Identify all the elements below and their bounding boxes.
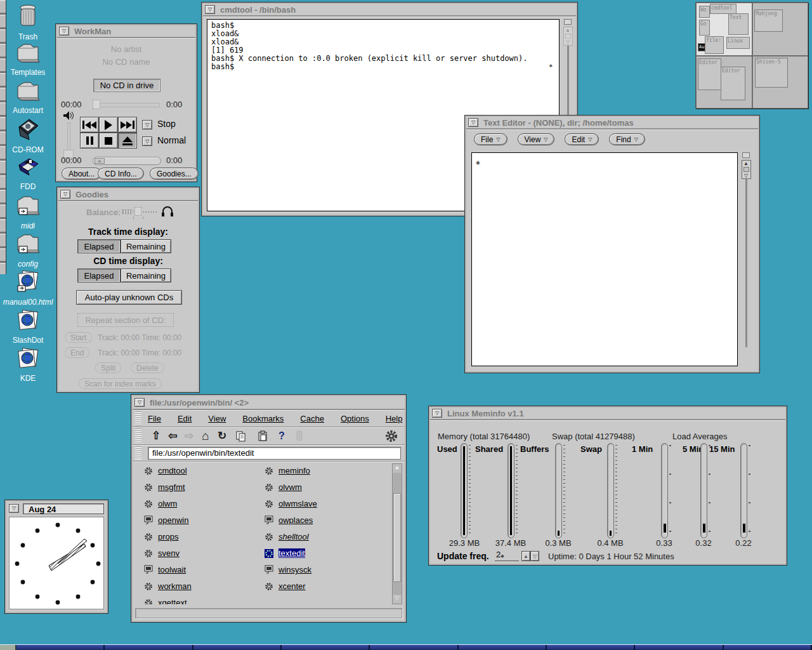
freq-decrease-button[interactable]: ▽ [530, 551, 539, 561]
workman-titlebar[interactable]: ▽ WorkMan [57, 25, 195, 38]
volume-slider-track[interactable] [67, 123, 70, 152]
file-menu-button[interactable]: File▽ [474, 133, 508, 145]
menu-file[interactable]: File [148, 414, 161, 423]
file-name[interactable]: xgettext [158, 598, 187, 604]
cd-elapsed-button[interactable]: Elapsed [77, 269, 121, 282]
window-menu-button[interactable]: ▽ [59, 27, 69, 36]
scrollbar-anchor[interactable] [564, 19, 572, 25]
menu-help[interactable]: Help [386, 414, 403, 423]
file-name[interactable]: owplaces [278, 515, 313, 525]
repeat-section-button[interactable]: Repeat section of CD: [77, 313, 174, 327]
file-name[interactable]: xcenter [278, 581, 306, 591]
pager-mini-window[interactable]: Go [699, 20, 710, 36]
forward-button[interactable]: ⇨ [181, 429, 197, 442]
file-name[interactable]: props [158, 532, 179, 541]
scrollbar-drag-box[interactable] [565, 34, 571, 39]
scrollbar-anchor[interactable] [742, 152, 750, 158]
file-name[interactable]: shelltool [278, 532, 309, 541]
eject-button[interactable] [118, 133, 137, 149]
scrollbar-elevator[interactable]: ▲ ▽ [563, 27, 573, 46]
file-name[interactable]: meminfo [278, 466, 310, 475]
desktop-icon-config[interactable]: config [0, 232, 56, 269]
start-button[interactable]: Start [65, 332, 92, 343]
menu-view[interactable]: View [208, 414, 226, 423]
up-button[interactable]: ⇧ [148, 429, 164, 442]
file-item[interactable]: toolwait [144, 565, 192, 574]
update-freq-field[interactable]: 2◆ [495, 550, 519, 561]
file-item[interactable]: winsysck [265, 565, 317, 574]
pager-mini-window[interactable]: Editor [721, 67, 745, 100]
locationbar-drag-handle[interactable] [135, 446, 141, 460]
next-track-button[interactable] [118, 117, 137, 133]
window-menu-button[interactable]: ▽ [134, 398, 145, 407]
autoplay-button[interactable]: Auto-play unknown CDs [76, 290, 182, 305]
window-menu-button[interactable]: ▽ [468, 118, 478, 127]
home-button[interactable]: ⌂ [197, 429, 214, 443]
scroll-down-icon[interactable]: ▽ [744, 173, 748, 178]
file-item[interactable]: olwmslave [265, 499, 317, 508]
end-button[interactable]: End [65, 347, 89, 358]
view-menu-button[interactable]: View▽ [518, 133, 555, 145]
texteditor-scrollbar[interactable]: ▲ ▽ [740, 152, 752, 366]
desktop-icon-fdd[interactable]: FDD [0, 157, 56, 191]
desktop-icon-manual00[interactable]: manual00.html [0, 269, 56, 307]
file-name[interactable]: openwin [158, 515, 188, 525]
help-button[interactable]: ? [273, 430, 290, 442]
file-item[interactable]: xcenter [265, 581, 317, 591]
window-menu-button[interactable]: ▽ [9, 504, 19, 513]
scroll-down-button[interactable]: ▽ [393, 595, 402, 604]
desktop-icon-kde[interactable]: KDE [0, 347, 56, 383]
split-button[interactable]: Split [95, 362, 121, 373]
desktop-3[interactable]: Editor Editor [696, 56, 752, 109]
file-name[interactable]: workman [158, 581, 192, 591]
file-name[interactable]: olwm [158, 499, 177, 508]
balance-thumb[interactable] [134, 207, 141, 216]
desktop-icon-templates[interactable]: Templates [0, 42, 56, 77]
file-name[interactable]: olwmslave [278, 499, 317, 508]
desktop-icon-autostart[interactable]: Autostart [0, 80, 56, 115]
cmdtool-titlebar[interactable]: ▽ cmdtool - /bin/bash [203, 4, 576, 17]
back-button[interactable]: ⇦ [164, 429, 181, 442]
toolbar-drag-handle[interactable] [135, 428, 141, 443]
desktop-icon-trash[interactable]: Trash [0, 4, 56, 41]
desktop-2[interactable]: Mahjong [752, 3, 808, 56]
file-item[interactable]: olwm [144, 499, 192, 508]
menu-cache[interactable]: Cache [300, 414, 324, 423]
repeat-mode-menu-button[interactable]: ▽ [142, 136, 152, 146]
cd-slider-thumb[interactable]: « [95, 158, 105, 164]
scrollbar-thumb[interactable] [393, 493, 401, 582]
file-name[interactable]: toolwait [158, 565, 186, 574]
pager-mini-window[interactable]: cmdtool [710, 4, 737, 14]
file-item[interactable]: meminfo [265, 466, 317, 475]
file-name[interactable]: svenv [158, 548, 180, 558]
scroll-up-button[interactable]: ▲ [393, 464, 402, 473]
meminfo-titlebar[interactable]: ▽ Linux Meminfo v1.1 [430, 408, 785, 420]
text-area[interactable]: ◈ [471, 152, 738, 366]
track-slider-thumb[interactable] [93, 100, 100, 109]
pager-mini-window[interactable]: Text [728, 13, 749, 35]
texteditor-titlebar[interactable]: ▽ Text Editor - (NONE), dir; /home/tomas [466, 117, 758, 129]
menu-edit[interactable]: Edit [178, 414, 192, 423]
scroll-up-icon[interactable]: ▲ [565, 27, 570, 33]
track-remaining-button[interactable]: Remaining [121, 239, 171, 253]
file-item-selected[interactable]: textedit [265, 548, 317, 558]
balance-slider[interactable] [122, 207, 159, 217]
track-elapsed-button[interactable]: Elapsed [77, 239, 121, 253]
desktop-icon-midi[interactable]: midi [0, 194, 56, 230]
file-item[interactable]: msgfmt [144, 482, 192, 492]
menu-options[interactable]: Options [341, 414, 369, 423]
freq-increase-button[interactable]: ▲ [521, 551, 530, 561]
file-name[interactable]: msgfmt [158, 482, 185, 492]
goodies-titlebar[interactable]: ▽ Goodies [58, 189, 198, 201]
file-item[interactable]: workman [144, 581, 192, 591]
desktop-4[interactable]: Shisen-S [752, 56, 808, 109]
file-item[interactable]: svenv [144, 548, 192, 558]
delete-button[interactable]: Delete [131, 362, 164, 373]
scroll-down-icon[interactable]: ▽ [566, 39, 570, 45]
pager-mini-window[interactable]: file: [705, 36, 724, 54]
pager-mini-window[interactable]: Wo [699, 6, 710, 18]
stop-button[interactable] [99, 133, 118, 149]
find-menu-button[interactable]: Find▽ [609, 133, 645, 145]
pager-mini-window[interactable]: Shisen-S [755, 58, 788, 88]
paste-button[interactable] [257, 430, 268, 442]
